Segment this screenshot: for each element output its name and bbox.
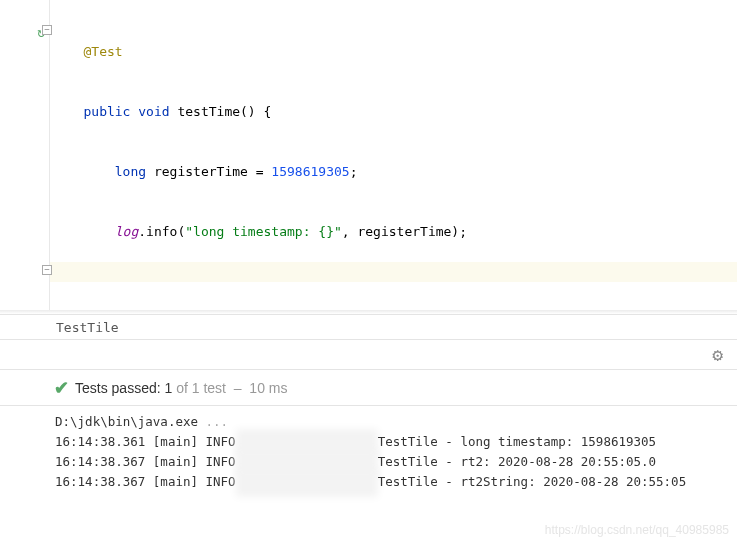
breadcrumb[interactable]: TestTile [0, 314, 737, 340]
breadcrumb-item[interactable]: TestTile [56, 320, 119, 335]
gutter: ↻ − − [0, 0, 50, 310]
gear-icon[interactable]: ⚙ [712, 344, 723, 365]
test-status-bar: ✔ Tests passed: 1 of 1 test – 10 ms [0, 370, 737, 406]
tests-passed-label: Tests passed: [75, 380, 161, 396]
console-log-line: 16:14:38.367 [main] INFOTestTile - rt2St… [55, 472, 737, 492]
console-log-line: 16:14:38.361 [main] INFOTestTile - long … [55, 432, 737, 452]
annotation: @Test [83, 44, 122, 59]
watermark: https://blog.csdn.net/qq_40985985 [545, 523, 729, 537]
test-duration: 10 ms [249, 380, 287, 396]
code-editor[interactable]: @Test public void testTime() { long regi… [50, 0, 737, 310]
console-output[interactable]: D:\jdk\bin\java.exe ... 16:14:38.361 [ma… [0, 406, 737, 492]
console-toolbar: ⚙ [0, 340, 737, 370]
check-icon: ✔ [54, 377, 69, 399]
tests-passed-count: 1 [165, 380, 173, 396]
console-log-line: 16:14:38.367 [main] INFOTestTile - rt2: … [55, 452, 737, 472]
editor-area: ↻ − − @Test public void testTime() { lon… [0, 0, 737, 310]
tests-total: of 1 test [176, 380, 226, 396]
console-path-line: D:\jdk\bin\java.exe ... [55, 412, 737, 432]
